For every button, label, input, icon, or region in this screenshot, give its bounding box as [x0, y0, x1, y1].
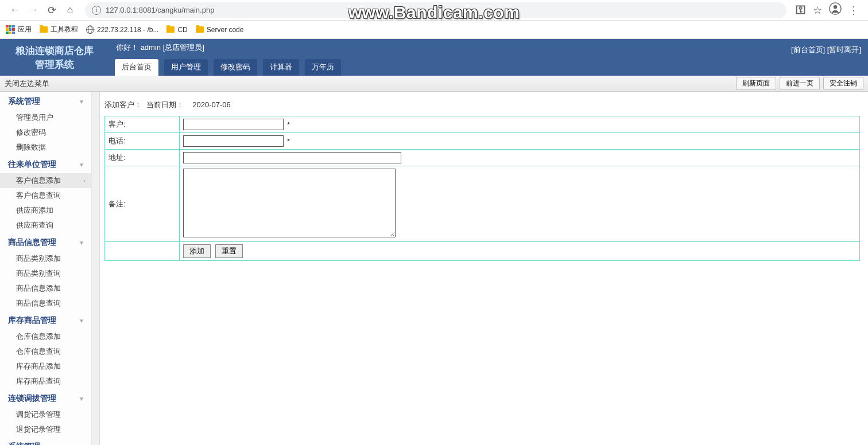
address-bar[interactable]: i 127.0.0.1:8081/cangku/main.php	[85, 2, 786, 18]
sidebar-splitter[interactable]	[92, 92, 100, 445]
remark-textarea[interactable]	[183, 169, 396, 237]
sidebar-section-header[interactable]: 商品信息管理▼	[0, 233, 91, 251]
folder-icon	[40, 26, 48, 33]
sidebar-item[interactable]: 库存商品查询	[0, 374, 91, 389]
sidebar-section-header[interactable]: 往来单位管理▼	[0, 155, 91, 173]
customer-input[interactable]	[183, 119, 284, 130]
sidebar-item[interactable]: 商品信息添加	[0, 281, 91, 296]
header-links: [前台首页] [暂时离开]	[791, 45, 861, 55]
sidebar-section-header[interactable]: 系统管理▼	[0, 92, 91, 110]
sidebar-item[interactable]: 库存商品添加	[0, 359, 91, 374]
menu-icon[interactable]: ⋮	[848, 4, 859, 17]
star-icon[interactable]: ☆	[813, 4, 822, 17]
reset-button[interactable]	[215, 244, 243, 258]
apps-button[interactable]: 应用	[6, 25, 32, 34]
app-title: 粮油连锁商店仓库 管理系统	[0, 43, 109, 72]
globe-icon	[86, 26, 94, 34]
tab-users[interactable]: 用户管理	[164, 59, 208, 76]
sidebar-item[interactable]: 删除数据	[0, 140, 91, 155]
phone-input[interactable]	[183, 135, 284, 147]
sidebar-section-header[interactable]: 库存商品管理▼	[0, 311, 91, 329]
forward-button[interactable]: →	[26, 3, 40, 17]
home-button[interactable]: ⌂	[63, 3, 77, 17]
sidebar-item[interactable]: 商品类别添加	[0, 251, 91, 266]
browser-right-controls: ⚿ ☆ ⋮	[792, 2, 862, 18]
logout-button[interactable]: 安全注销	[823, 77, 863, 90]
content-area: 添加客户： 当前日期： 2020-07-06 客户: * 电话: * 地址: 备…	[100, 92, 868, 445]
bookmark-item[interactable]: CD	[166, 26, 187, 34]
required-mark: *	[287, 137, 290, 146]
tab-calendar[interactable]: 万年历	[305, 59, 341, 76]
bookmark-item[interactable]: 工具教程	[40, 25, 78, 34]
chevron-down-icon: ▼	[79, 99, 84, 105]
tab-password[interactable]: 修改密码	[214, 59, 257, 76]
address-input[interactable]	[183, 152, 401, 163]
chevron-down-icon: ▼	[79, 396, 84, 402]
greeting: 你好！ admin [总店管理员]	[109, 42, 868, 53]
app-header: 粮油连锁商店仓库 管理系统 你好！ admin [总店管理员] 后台首页 用户管…	[0, 39, 868, 76]
label-customer: 客户:	[105, 116, 180, 133]
sidebar-item[interactable]: 商品信息查询	[0, 296, 91, 311]
chevron-down-icon: ▼	[79, 162, 84, 168]
browser-toolbar: ← → ⟳ ⌂ i 127.0.0.1:8081/cangku/main.php…	[0, 0, 868, 21]
sidebar-item[interactable]: 修改密码	[0, 125, 91, 140]
bookmark-bar: 应用 工具教程 222.73.22.118 - /b... CD Server …	[0, 21, 868, 39]
sub-toolbar: 关闭左边菜单 刷新页面 前进一页 安全注销	[0, 76, 868, 92]
sidebar-item[interactable]: 客户信息添加›	[0, 173, 91, 188]
folder-icon	[166, 26, 175, 33]
sidebar-item[interactable]: 客户信息查询	[0, 188, 91, 203]
forward-page-button[interactable]: 前进一页	[780, 77, 820, 90]
sidebar-item[interactable]: 仓库信息查询	[0, 344, 91, 359]
label-address: 地址:	[105, 150, 180, 166]
reload-button[interactable]: ⟳	[45, 3, 59, 17]
sidebar-item[interactable]: 供应商查询	[0, 218, 91, 233]
required-mark: *	[287, 120, 290, 129]
sidebar-item[interactable]: 仓库信息添加	[0, 329, 91, 344]
sidebar: 系统管理▼管理员用户修改密码删除数据往来单位管理▼客户信息添加›客户信息查询供应…	[0, 92, 92, 445]
chevron-down-icon: ▼	[79, 240, 84, 246]
add-button[interactable]	[183, 244, 211, 258]
nav-tabs: 后台首页 用户管理 修改密码 计算器 万年历	[109, 59, 868, 76]
label-phone: 电话:	[105, 133, 180, 150]
tab-home[interactable]: 后台首页	[115, 59, 158, 76]
sidebar-item[interactable]: 商品类别查询	[0, 266, 91, 281]
label-remark: 备注:	[105, 166, 180, 242]
apps-icon	[6, 25, 15, 34]
sidebar-section-header[interactable]: 连锁调拔管理▼	[0, 389, 91, 407]
sidebar-section-header[interactable]: 系统管理▼	[0, 437, 91, 445]
tab-calculator[interactable]: 计算器	[263, 59, 299, 76]
sidebar-item[interactable]: 供应商添加	[0, 203, 91, 218]
sidebar-item[interactable]: 管理员用户	[0, 110, 91, 125]
apps-label: 应用	[18, 25, 32, 34]
svg-point-1	[834, 5, 837, 9]
sidebar-item[interactable]: 退货记录管理	[0, 422, 91, 437]
folder-icon	[196, 26, 204, 33]
customer-form-table: 客户: * 电话: * 地址: 备注:	[104, 116, 860, 261]
refresh-button[interactable]: 刷新页面	[736, 77, 776, 90]
bookmark-item[interactable]: 222.73.22.118 - /b...	[86, 26, 158, 34]
chevron-down-icon: ▼	[79, 318, 84, 324]
front-page-link[interactable]: [前台首页]	[791, 45, 825, 54]
close-menu-link[interactable]: 关闭左边菜单	[5, 79, 49, 89]
info-icon: i	[92, 6, 101, 15]
key-icon[interactable]: ⚿	[796, 4, 806, 16]
profile-icon[interactable]	[829, 2, 842, 18]
chevron-right-icon: ›	[83, 177, 86, 184]
page-heading: 添加客户： 当前日期： 2020-07-06	[104, 100, 860, 110]
back-button[interactable]: ←	[8, 3, 22, 17]
url-text: 127.0.0.1:8081/cangku/main.php	[106, 6, 214, 14]
sidebar-item[interactable]: 调货记录管理	[0, 407, 91, 422]
leave-link[interactable]: [暂时离开]	[827, 45, 861, 54]
bookmark-item[interactable]: Server code	[196, 26, 244, 34]
